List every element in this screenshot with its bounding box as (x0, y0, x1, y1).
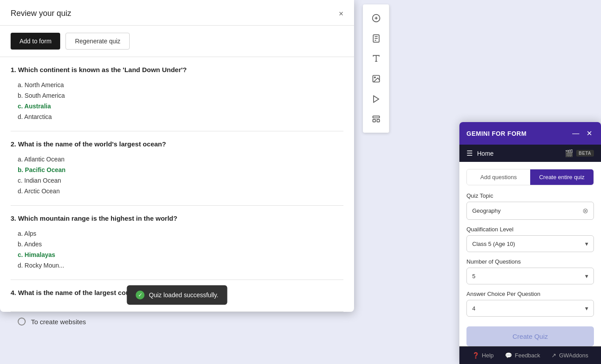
question-1: 1. Which continent is known as the 'Land… (11, 57, 343, 131)
gemini-panel: GEMINI FOR FORM — ✕ ☰ Home 🎬 BETA Add qu… (459, 122, 601, 364)
answer-1-c: c. Australia (11, 101, 343, 111)
gemini-header: GEMINI FOR FORM — ✕ (459, 122, 601, 145)
question-2: 2. What is the name of the world's large… (11, 131, 343, 206)
document-icon[interactable] (367, 30, 385, 47)
question-1-text: 1. Which continent is known as the 'Land… (11, 66, 343, 73)
film-icon: 🎬 (565, 149, 574, 157)
svg-rect-14 (377, 119, 379, 122)
hamburger-icon[interactable]: ☰ (466, 149, 473, 157)
svg-marker-11 (374, 96, 379, 102)
gwaddons-link[interactable]: ↗ GWAddons (551, 352, 588, 359)
answer-1-d: d. Antarctica (11, 111, 343, 122)
question-3-text: 3. Which mountain range is the highest i… (11, 215, 343, 222)
quiz-topic-label: Quiz Topic (466, 192, 594, 199)
answer-2-c: c. Indian Ocean (11, 175, 343, 186)
create-quiz-button[interactable]: Create Quiz (466, 326, 594, 346)
toast-message: Quiz loaded successfully. (149, 291, 219, 299)
toast-notification: ✓ Quiz loaded successfully. (127, 285, 227, 305)
gemini-footer: ❓ Help 💬 Feedback ↗ GWAddons (459, 346, 601, 364)
answer-choices-field: Answer Choice Per Question 4 ▾ (466, 291, 594, 317)
minimize-button[interactable]: — (570, 129, 581, 138)
qualification-level-field: Qualification Level Class 5 (Age 10) ▾ (466, 226, 594, 252)
qualification-level-label: Qualification Level (466, 226, 594, 233)
chevron-down-icon: ▾ (585, 240, 588, 247)
modal-actions: Add to form Regenerate quiz (0, 26, 354, 57)
gemini-nav-left: ☰ Home (466, 149, 493, 157)
toast-check-icon: ✓ (136, 291, 145, 299)
num-questions-label: Number of Questions (466, 258, 594, 265)
help-label: Help (482, 352, 494, 359)
chevron-down-2-icon: ▾ (585, 272, 588, 280)
num-questions-field: Number of Questions 5 ▾ (466, 258, 594, 284)
answer-3-d: d. Rocky Moun... (11, 260, 343, 271)
quiz-topic-value: Geography (472, 207, 501, 214)
add-icon[interactable] (367, 10, 385, 27)
layout-icon[interactable] (367, 111, 385, 127)
gemini-title: GEMINI FOR FORM (466, 130, 527, 137)
answer-3-b: b. Andes (11, 239, 343, 249)
quiz-modal: Review your quiz × Add to form Regenerat… (0, 0, 354, 312)
chevron-down-3-icon: ▾ (585, 305, 588, 312)
modal-header: Review your quiz × (0, 0, 354, 26)
home-label: Home (477, 150, 493, 157)
gemini-close-button[interactable]: ✕ (585, 128, 594, 138)
gemini-nav-right: 🎬 BETA (565, 149, 594, 157)
num-questions-select[interactable]: 5 ▾ (466, 268, 594, 284)
answer-2-a: a. Atlantic Ocean (11, 154, 343, 165)
feedback-link[interactable]: 💬 Feedback (505, 352, 540, 359)
answer-3-c: c. Himalayas (11, 249, 343, 260)
add-to-form-button[interactable]: Add to form (11, 33, 60, 50)
gemini-body: Add questions Create entire quiz Quiz To… (459, 162, 601, 346)
answer-1-b: b. South America (11, 90, 343, 101)
form-option-2: To create websites (18, 313, 216, 330)
help-link[interactable]: ❓ Help (472, 352, 494, 359)
modal-body: 1. Which continent is known as the 'Land… (0, 57, 354, 312)
form-option-2-text: To create websites (31, 318, 86, 326)
qualification-level-select[interactable]: Class 5 (Age 10) ▾ (466, 235, 594, 252)
svg-point-10 (374, 77, 375, 78)
quiz-topic-field: Quiz Topic Geography ⊗ (466, 192, 594, 220)
clear-icon[interactable]: ⊗ (582, 207, 588, 215)
svg-rect-13 (373, 119, 375, 122)
regenerate-button[interactable]: Regenerate quiz (65, 33, 130, 50)
image-icon[interactable] (367, 70, 385, 87)
gemini-nav: ☰ Home 🎬 BETA (459, 145, 601, 162)
answer-3-a: a. Alps (11, 228, 343, 239)
answer-2-d: d. Arctic Ocean (11, 186, 343, 196)
help-icon: ❓ (472, 352, 479, 359)
beta-badge: BETA (576, 150, 594, 157)
question-3: 3. Which mountain range is the highest i… (11, 206, 343, 280)
text-icon[interactable] (367, 50, 385, 67)
close-button[interactable]: × (339, 10, 343, 18)
feedback-icon: 💬 (505, 352, 512, 359)
gwaddons-label: GWAddons (559, 352, 588, 359)
tab-create-quiz[interactable]: Create entire quiz (530, 169, 593, 185)
answer-2-b: b. Pacific Ocean (11, 165, 343, 175)
feedback-label: Feedback (515, 352, 540, 359)
gemini-header-icons: — ✕ (570, 128, 594, 138)
svg-rect-12 (373, 116, 379, 118)
answer-choices-label: Answer Choice Per Question (466, 291, 594, 297)
answer-choices-value: 4 (472, 305, 475, 312)
answer-1-a: a. North America (11, 80, 343, 90)
qualification-level-value: Class 5 (Age 10) (472, 241, 515, 247)
answer-choices-select[interactable]: 4 ▾ (466, 300, 594, 317)
tab-row: Add questions Create entire quiz (466, 169, 594, 185)
gwaddons-icon: ↗ (551, 352, 556, 359)
toolbar (363, 4, 389, 133)
question-2-text: 2. What is the name of the world's large… (11, 140, 343, 148)
modal-title: Review your quiz (11, 9, 71, 18)
tab-add-questions[interactable]: Add questions (467, 169, 530, 185)
radio-2[interactable] (18, 318, 26, 326)
num-questions-value: 5 (472, 273, 475, 280)
quiz-topic-input[interactable]: Geography ⊗ (466, 202, 594, 220)
video-icon[interactable] (367, 91, 385, 107)
